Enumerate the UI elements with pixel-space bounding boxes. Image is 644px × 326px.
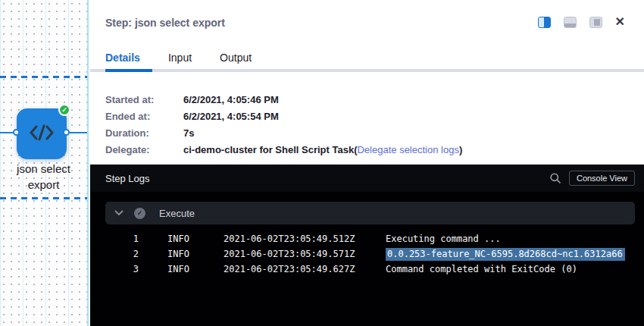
console-view-button[interactable]: Console View (569, 171, 635, 186)
layout-minimize-icon[interactable] (589, 17, 602, 28)
log-line-number: 2 (105, 246, 139, 262)
detail-label: Delegate: (105, 144, 183, 155)
tab-divider (90, 69, 644, 72)
detail-row-delegate: Delegate: ci-demo-cluster for Shell Scri… (105, 141, 635, 158)
panel-title: Step: json select export (105, 17, 225, 29)
pipeline-canvas: ✓ json select export (0, 0, 89, 326)
detail-value: 7s (183, 127, 194, 139)
execute-success-icon: ✓ (134, 208, 145, 219)
tab-details[interactable]: Details (105, 52, 140, 70)
chevron-down-icon[interactable] (114, 210, 123, 216)
log-line-number: 1 (105, 231, 139, 246)
node-port-out (63, 129, 70, 136)
log-timestamp: 2021-06-02T23:05:49.627Z (224, 262, 357, 277)
log-line: 1 INFO 2021-06-02T23:05:49.512Z Executin… (90, 231, 644, 246)
tab-output[interactable]: Output (220, 52, 252, 70)
delegate-selection-logs-link[interactable]: Delegate selection logs (357, 144, 458, 155)
log-level: INFO (167, 231, 195, 246)
detail-label: Started at: (105, 94, 183, 105)
log-line: 3 INFO 2021-06-02T23:05:49.627Z Command … (90, 262, 644, 277)
log-timestamp: 2021-06-02T23:05:49.571Z (224, 246, 357, 262)
log-line-number: 3 (105, 262, 139, 277)
log-lines: 1 INFO 2021-06-02T23:05:49.512Z Executin… (90, 231, 644, 277)
step-node-json-select-export[interactable]: ✓ (17, 108, 67, 159)
step-logs-section: Step Logs Console View ✓ Execute (90, 165, 644, 326)
step-detail-panel: Step: json select export ✕ Details Input… (90, 0, 644, 326)
logs-actions: Console View (549, 171, 635, 186)
search-icon[interactable] (549, 171, 562, 185)
detail-label: Duration: (105, 127, 183, 139)
detail-label: Ended at: (105, 111, 183, 122)
log-line: 2 INFO 2021-06-02T23:05:49.571Z 0.0.253-… (90, 246, 644, 262)
selected-log-text: 0.0.253-feature_NC-6595.8d268cd~nc1.6312… (386, 248, 625, 261)
log-message: 0.0.253-feature_NC-6595.8d268cd~nc1.6312… (386, 246, 644, 262)
app-window: ✓ json select export Step: json select e… (0, 0, 644, 326)
execute-section-header[interactable]: ✓ Execute (105, 202, 635, 224)
step-logs-title: Step Logs (105, 173, 549, 184)
layout-bottom-panel-icon[interactable] (564, 17, 577, 28)
detail-row-started: Started at: 6/2/2021, 4:05:46 PM (105, 91, 635, 108)
panel-layout-controls: ✕ (538, 16, 625, 28)
log-level: INFO (167, 246, 195, 262)
log-level: INFO (167, 262, 195, 277)
stage-boundary-top (0, 76, 87, 78)
detail-row-duration: Duration: 7s (105, 124, 635, 141)
details-section: Started at: 6/2/2021, 4:05:46 PM Ended a… (105, 91, 635, 158)
tab-input[interactable]: Input (168, 52, 192, 70)
code-icon (28, 123, 55, 146)
step-logs-header: Step Logs Console View (90, 165, 644, 192)
close-icon[interactable]: ✕ (615, 16, 625, 28)
log-message: Command completed with ExitCode (0) (386, 262, 644, 277)
stage-boundary-bottom (0, 197, 87, 199)
node-port-in (13, 129, 20, 136)
detail-tabs: Details Input Output (105, 52, 252, 70)
success-check-icon: ✓ (58, 104, 70, 116)
node-label: json select export (0, 161, 87, 193)
log-timestamp: 2021-06-02T23:05:49.512Z (224, 231, 357, 246)
detail-value: ci-demo-cluster for Shell Script Task(De… (183, 144, 462, 155)
detail-value: 6/2/2021, 4:05:54 PM (183, 111, 279, 122)
detail-value: 6/2/2021, 4:05:46 PM (183, 94, 279, 105)
execute-section-label: Execute (159, 208, 195, 219)
log-message: Executing command ... (386, 231, 644, 246)
layout-split-right-icon[interactable] (538, 17, 551, 28)
active-tab-indicator (105, 69, 152, 72)
detail-row-ended: Ended at: 6/2/2021, 4:05:54 PM (105, 108, 635, 124)
